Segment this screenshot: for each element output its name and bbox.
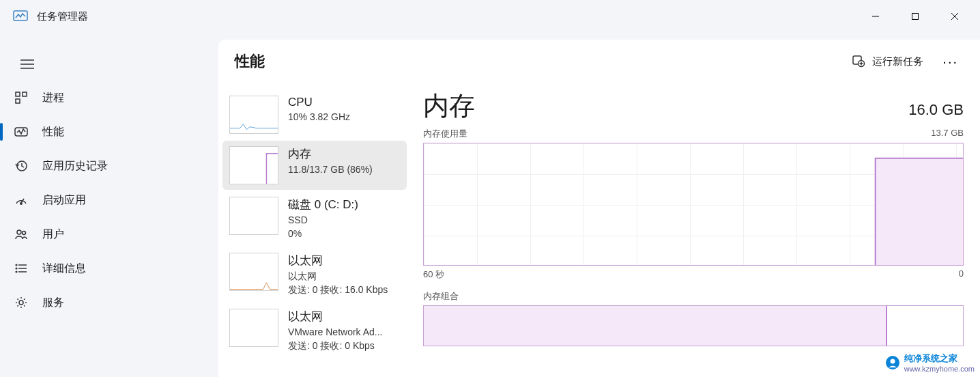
perf-item-disk[interactable]: 磁盘 0 (C: D:) SSD 0% bbox=[222, 191, 407, 246]
nav-performance[interactable]: 性能 bbox=[0, 115, 212, 149]
list-icon bbox=[14, 261, 29, 276]
gauge-icon bbox=[14, 193, 29, 208]
perf-eth0-sub: 以太网 bbox=[288, 270, 388, 283]
svg-point-23 bbox=[19, 301, 23, 305]
nav-label: 进程 bbox=[42, 91, 64, 105]
pulse-icon bbox=[14, 124, 29, 139]
run-new-task-button[interactable]: 运行新任务 bbox=[852, 54, 923, 70]
detail-total: 16.0 GB bbox=[908, 101, 964, 119]
hamburger-menu-button[interactable] bbox=[15, 52, 40, 76]
detail-title: 内存 bbox=[423, 89, 475, 124]
nav-label: 应用历史记录 bbox=[42, 159, 108, 173]
perf-thumb-eth0 bbox=[229, 253, 278, 291]
minimize-button[interactable] bbox=[856, 0, 895, 33]
svg-point-15 bbox=[17, 230, 21, 234]
page-title: 性能 bbox=[235, 51, 265, 72]
app-icon bbox=[12, 8, 29, 25]
perf-disk-title: 磁盘 0 (C: D:) bbox=[288, 197, 358, 212]
nav-label: 服务 bbox=[42, 296, 64, 310]
perf-disk-sub: SSD bbox=[288, 214, 358, 227]
nav-startup[interactable]: 启动应用 bbox=[0, 183, 212, 217]
main-header: 性能 运行新任务 ··· bbox=[218, 40, 980, 83]
svg-point-29 bbox=[890, 359, 895, 364]
more-button[interactable]: ··· bbox=[937, 54, 964, 70]
perf-item-eth1[interactable]: 以太网 VMware Network Ad... 发送: 0 接收: 0 Kbp… bbox=[222, 303, 407, 358]
usage-max: 13.7 GB bbox=[931, 128, 964, 140]
perf-thumb-disk bbox=[229, 197, 278, 235]
nav-services[interactable]: 服务 bbox=[0, 285, 212, 320]
perf-cpu-title: CPU bbox=[288, 96, 350, 109]
nav-app-history[interactable]: 应用历史记录 bbox=[0, 149, 212, 183]
perf-item-eth0[interactable]: 以太网 以太网 发送: 0 接收: 16.0 Kbps bbox=[222, 247, 407, 302]
svg-point-16 bbox=[23, 232, 26, 235]
svg-rect-10 bbox=[16, 99, 20, 103]
perf-eth0-sub2: 发送: 0 接收: 16.0 Kbps bbox=[288, 283, 388, 297]
svg-rect-8 bbox=[16, 92, 20, 96]
perf-thumb-cpu bbox=[229, 96, 278, 134]
grid-icon bbox=[14, 90, 29, 105]
nav-processes[interactable]: 进程 bbox=[0, 81, 212, 115]
composition-label: 内存组合 bbox=[423, 290, 964, 303]
svg-rect-9 bbox=[23, 92, 27, 96]
nav-label: 性能 bbox=[42, 125, 64, 139]
x-axis-right: 0 bbox=[959, 268, 964, 281]
history-icon bbox=[14, 158, 29, 173]
perf-item-cpu[interactable]: CPU 10% 3.82 GHz bbox=[222, 90, 407, 139]
app-title: 任务管理器 bbox=[37, 10, 88, 23]
perf-mem-title: 内存 bbox=[288, 146, 373, 162]
x-axis-left: 60 秒 bbox=[423, 268, 444, 281]
nav-label: 详细信息 bbox=[42, 262, 86, 276]
title-bar: 任务管理器 bbox=[0, 0, 980, 33]
perf-eth0-title: 以太网 bbox=[288, 253, 388, 268]
detail-panel: 内存 16.0 GB 内存使用量 13.7 GB 60 秒 0 内存组合 bbox=[423, 89, 964, 377]
nav-details[interactable]: 详细信息 bbox=[0, 251, 212, 285]
svg-point-14 bbox=[20, 203, 22, 204]
watermark: 纯净系统之家 www.kzmyhome.com bbox=[885, 352, 975, 373]
run-task-label: 运行新任务 bbox=[872, 55, 923, 68]
nav-label: 用户 bbox=[42, 227, 64, 242]
watermark-text: 纯净系统之家 bbox=[904, 352, 975, 365]
perf-eth1-sub2: 发送: 0 接收: 0 Kbps bbox=[288, 339, 383, 353]
usage-label: 内存使用量 bbox=[423, 128, 467, 140]
memory-usage-chart bbox=[423, 143, 964, 266]
perf-thumb-memory bbox=[229, 146, 278, 184]
nav-users[interactable]: 用户 bbox=[0, 217, 212, 251]
perf-cpu-sub: 10% 3.82 GHz bbox=[288, 111, 350, 124]
watermark-url: www.kzmyhome.com bbox=[904, 365, 975, 373]
perf-mem-sub: 11.8/13.7 GB (86%) bbox=[288, 163, 373, 177]
svg-point-21 bbox=[16, 268, 17, 269]
svg-point-22 bbox=[16, 271, 17, 273]
perf-list: CPU 10% 3.82 GHz 内存 11.8/13.7 GB (86%) 磁… bbox=[218, 89, 411, 360]
sidebar-nav: 进程 性能 应用历史记录 启动应用 用户 详细信息 服务 bbox=[0, 81, 212, 320]
svg-rect-2 bbox=[912, 14, 919, 20]
close-button[interactable] bbox=[935, 0, 975, 33]
gear-icon bbox=[14, 295, 29, 310]
perf-item-memory[interactable]: 内存 11.8/13.7 GB (86%) bbox=[222, 141, 407, 190]
memory-composition-chart bbox=[423, 305, 964, 346]
perf-disk-sub2: 0% bbox=[288, 227, 358, 241]
perf-thumb-eth1 bbox=[229, 309, 278, 347]
main-panel: 性能 运行新任务 ··· CPU 10% 3.82 GHz 内存 11.8/13… bbox=[218, 40, 980, 377]
perf-eth1-title: 以太网 bbox=[288, 309, 383, 324]
nav-label: 启动应用 bbox=[42, 193, 86, 208]
perf-eth1-sub: VMware Network Ad... bbox=[288, 326, 383, 339]
svg-point-20 bbox=[16, 264, 17, 266]
users-icon bbox=[14, 227, 29, 242]
run-task-icon bbox=[852, 54, 865, 70]
window-controls bbox=[856, 0, 975, 33]
maximize-button[interactable] bbox=[895, 0, 935, 33]
